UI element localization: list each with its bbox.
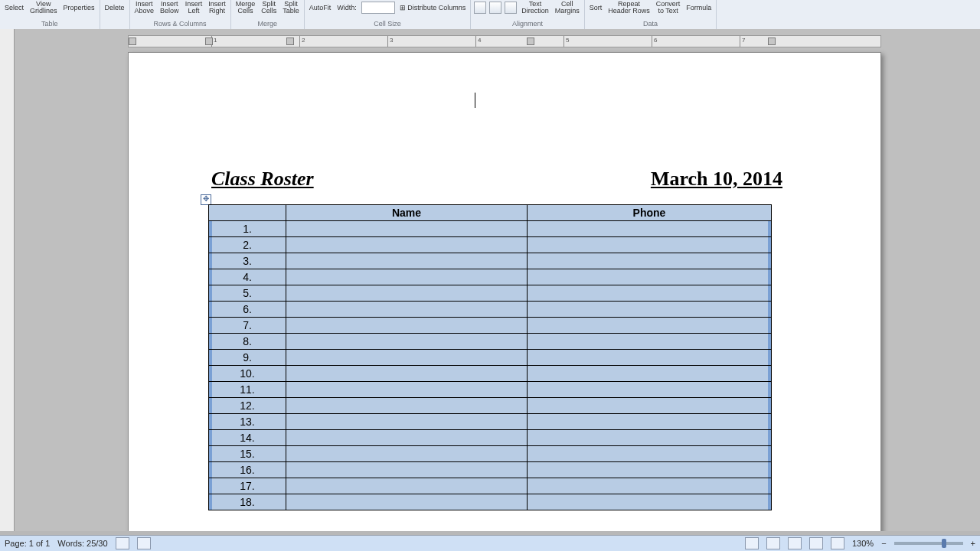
- phone-cell[interactable]: [528, 269, 772, 285]
- ribbon-btn-autofit-[interactable]: AutoFit: [308, 5, 333, 11]
- name-cell[interactable]: [286, 318, 528, 334]
- name-cell[interactable]: [286, 221, 528, 237]
- phone-cell[interactable]: [528, 350, 772, 366]
- heading-title[interactable]: Class Roster: [211, 168, 314, 190]
- indent-marker-icon[interactable]: [768, 37, 776, 45]
- proofing-icon[interactable]: [116, 537, 129, 549]
- name-cell[interactable]: [286, 414, 528, 430]
- table-row[interactable]: 10.: [209, 366, 772, 382]
- align-cell-icon[interactable]: [474, 2, 486, 14]
- row-number-cell[interactable]: 3.: [209, 253, 286, 269]
- row-number-cell[interactable]: 11.: [209, 382, 286, 398]
- col-header-number[interactable]: [209, 205, 286, 221]
- ribbon-btn-merge-cells[interactable]: MergeCells: [234, 1, 257, 15]
- name-cell[interactable]: [286, 398, 528, 414]
- row-number-cell[interactable]: 8.: [209, 334, 286, 350]
- ribbon-btn-text-direction[interactable]: TextDirection: [520, 1, 550, 15]
- align-cell-icon[interactable]: [489, 2, 501, 14]
- ribbon-btn-delete-[interactable]: Delete: [103, 5, 126, 11]
- view-print-layout-icon[interactable]: [745, 537, 759, 549]
- row-number-cell[interactable]: 18.: [209, 494, 286, 510]
- phone-cell[interactable]: [528, 318, 772, 334]
- view-full-screen-icon[interactable]: [766, 537, 780, 549]
- col-header-phone[interactable]: Phone: [528, 205, 772, 221]
- name-cell[interactable]: [286, 285, 528, 302]
- table-row[interactable]: 11.: [209, 382, 772, 398]
- zoom-slider[interactable]: [894, 542, 963, 545]
- ribbon-btn-split-table[interactable]: SplitTable: [281, 1, 301, 15]
- col-header-name[interactable]: Name: [286, 205, 528, 221]
- zoom-in-button[interactable]: +: [971, 539, 975, 548]
- vertical-ruler[interactable]: [0, 29, 15, 531]
- table-row[interactable]: 3.: [209, 253, 772, 269]
- table-row[interactable]: 6.: [209, 302, 772, 318]
- ribbon-btn-distribute-columns[interactable]: ⊞ Distribute Columns: [398, 5, 468, 11]
- name-cell[interactable]: [286, 430, 528, 446]
- row-number-cell[interactable]: 13.: [209, 414, 286, 430]
- name-cell[interactable]: [286, 237, 528, 253]
- table-row[interactable]: 1.: [209, 221, 772, 237]
- row-number-cell[interactable]: 9.: [209, 350, 286, 366]
- indent-marker-icon[interactable]: [527, 37, 534, 45]
- ribbon-btn-repeat-header-rows[interactable]: RepeatHeader Rows: [606, 1, 652, 15]
- phone-cell[interactable]: [528, 478, 772, 494]
- view-web-layout-icon[interactable]: [788, 537, 802, 549]
- indent-marker-icon[interactable]: [286, 37, 294, 45]
- table-row[interactable]: 7.: [209, 318, 772, 334]
- phone-cell[interactable]: [528, 253, 772, 269]
- horizontal-ruler[interactable]: 1234567: [128, 35, 881, 47]
- phone-cell[interactable]: [528, 334, 772, 350]
- phone-cell[interactable]: [528, 221, 772, 237]
- row-number-cell[interactable]: 12.: [209, 398, 286, 414]
- table-row[interactable]: 4.: [209, 269, 772, 285]
- heading-date[interactable]: March 10, 2014: [651, 168, 782, 191]
- view-outline-icon[interactable]: [809, 537, 823, 549]
- row-number-cell[interactable]: 10.: [209, 366, 286, 382]
- table-row[interactable]: 2.: [209, 237, 772, 253]
- table-row[interactable]: 15.: [209, 446, 772, 462]
- ribbon-btn-formula-[interactable]: Formula: [684, 5, 713, 11]
- roster-table[interactable]: Name Phone 1.2.3.4.5.6.7.8.9.10.11.12.13…: [208, 204, 772, 510]
- ribbon-width-field[interactable]: Width:: [335, 5, 358, 11]
- phone-cell[interactable]: [528, 446, 772, 462]
- row-number-cell[interactable]: 1.: [209, 221, 286, 237]
- phone-cell[interactable]: [528, 237, 772, 253]
- row-number-cell[interactable]: 4.: [209, 269, 286, 285]
- table-row[interactable]: 14.: [209, 430, 772, 446]
- ribbon-btn-select-[interactable]: Select: [3, 5, 25, 11]
- ribbon-btn-sort-[interactable]: Sort: [588, 5, 604, 11]
- phone-cell[interactable]: [528, 285, 772, 302]
- phone-cell[interactable]: [528, 382, 772, 398]
- name-cell[interactable]: [286, 446, 528, 462]
- name-cell[interactable]: [286, 334, 528, 350]
- row-number-cell[interactable]: 17.: [209, 478, 286, 494]
- name-cell[interactable]: [286, 269, 528, 285]
- row-number-cell[interactable]: 5.: [209, 285, 286, 302]
- ribbon-btn-insert-below[interactable]: InsertBelow: [158, 1, 181, 15]
- align-cell-icon[interactable]: [505, 2, 517, 14]
- zoom-level[interactable]: 130%: [852, 539, 874, 548]
- ribbon-btn-insert-above[interactable]: InsertAbove: [133, 1, 156, 15]
- phone-cell[interactable]: [528, 494, 772, 510]
- width-input[interactable]: [361, 2, 395, 14]
- row-number-cell[interactable]: 7.: [209, 318, 286, 334]
- table-row[interactable]: 8.: [209, 334, 772, 350]
- zoom-out-button[interactable]: −: [881, 539, 886, 548]
- table-row[interactable]: 17.: [209, 478, 772, 494]
- name-cell[interactable]: [286, 478, 528, 494]
- phone-cell[interactable]: [528, 302, 772, 318]
- ribbon-btn-cell-margins[interactable]: CellMargins: [554, 1, 581, 15]
- name-cell[interactable]: [286, 302, 528, 318]
- name-cell[interactable]: [286, 253, 528, 269]
- ribbon-btn-convert-to-text[interactable]: Convertto Text: [655, 1, 682, 15]
- name-cell[interactable]: [286, 366, 528, 382]
- phone-cell[interactable]: [528, 430, 772, 446]
- phone-cell[interactable]: [528, 366, 772, 382]
- ribbon-btn-view-gridlines[interactable]: ViewGridlines: [28, 1, 59, 15]
- name-cell[interactable]: [286, 382, 528, 398]
- row-number-cell[interactable]: 2.: [209, 237, 286, 253]
- phone-cell[interactable]: [528, 414, 772, 430]
- status-words[interactable]: Words: 25/30: [57, 539, 107, 548]
- ribbon-btn-insert-right[interactable]: InsertRight: [207, 1, 227, 15]
- document-page[interactable]: March 10, 2014 Class Roster ✥ Name Phone…: [128, 52, 881, 531]
